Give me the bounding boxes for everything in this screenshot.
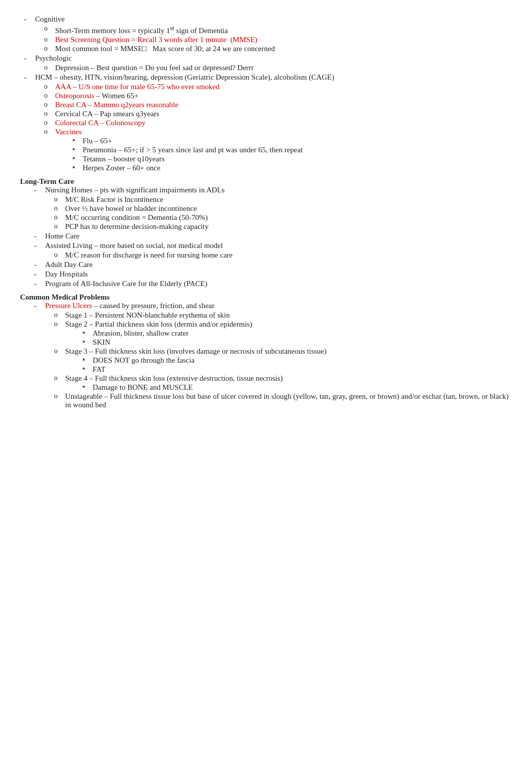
list-item-adult-day-care: Adult Day Care [30, 260, 512, 269]
text: Nursing Homes – pts with significant imp… [45, 186, 224, 194]
text: Day Hospitals [45, 270, 88, 278]
list-item-unstageable: Unstageable – Full thickness tissue loss… [45, 392, 512, 409]
list-item-home-care: Home Care [30, 232, 512, 240]
list-item-assisted-living: Assisted Living – more based on social, … [30, 241, 512, 259]
cognitive-children: Short-Term memory loss = typically 1st s… [35, 25, 512, 53]
text-red: Best Screening Question = Recall 3 words… [55, 36, 257, 44]
list-item-stage1: Stage 1 – Persistent NON-blanchable eryt… [45, 311, 512, 320]
list-item: Flu – 65+ [55, 137, 512, 145]
text: Herpes Zoster – 60+ once [83, 164, 160, 172]
text: Tetanus – booster q10years [83, 155, 165, 163]
text: Most common tool = MMSE□ Max score of 30… [55, 45, 275, 53]
stage4-children: Damage to BONE and MUSCLE [65, 383, 512, 392]
text: Abrasion, blister, shallow crater [93, 329, 188, 337]
list-item: Herpes Zoster – 60+ once [55, 164, 512, 172]
text: – Women 65+ [94, 92, 138, 100]
list-item-cervical: Cervical CA – Pap smears q3years [35, 110, 512, 118]
list-item: M/C reason for discharge is need for nur… [45, 251, 512, 259]
ltc-section: Long-Term Care Nursing Homes – pts with … [20, 177, 512, 288]
text: Adult Day Care [45, 260, 93, 269]
text: DOES NOT go through the fascia [93, 356, 194, 364]
text: Pneumonia – 65+; if > 5 years since last… [83, 146, 303, 154]
list-item: Most common tool = MMSE□ Max score of 30… [35, 45, 512, 53]
cmp-body: Pressure Ulcers – caused by pressure, fr… [20, 302, 512, 409]
text: SKIN [93, 338, 110, 346]
list-item-psychologic: Psychologic Depression – Best question =… [20, 54, 512, 72]
list-item-day-hospitals: Day Hospitals [30, 270, 512, 279]
text: Stage 4 – Full thickness skin loss (exte… [65, 374, 283, 382]
text-red: Vaccines [55, 128, 82, 136]
psychologic-children: Depression – Best question = Do you feel… [35, 64, 512, 72]
text: Flu – 65+ [83, 137, 112, 145]
text: M/C reason for discharge is need for nur… [65, 251, 232, 259]
text: M/C occurring condition = Dementia (50-7… [65, 213, 208, 221]
list-item: Abrasion, blister, shallow crater [65, 329, 512, 338]
list-item: Damage to BONE and MUSCLE [65, 383, 512, 392]
page-content: Cognitive Short-Term memory loss = typic… [20, 15, 512, 409]
stage2-children: Abrasion, blister, shallow crater SKIN [65, 329, 512, 347]
cognitive-label: Cognitive [35, 15, 65, 23]
ltc-list: Nursing Homes – pts with significant imp… [30, 186, 512, 288]
list-item-cognitive: Cognitive Short-Term memory loss = typic… [20, 15, 512, 53]
list-item-pressure-ulcers: Pressure Ulcers – caused by pressure, fr… [30, 302, 512, 409]
list-item-vaccines: Vaccines Flu – 65+ Pneumonia – 65+; if >… [35, 128, 512, 172]
list-item-osteoporosis: Osteoporosis – Women 65+ [35, 92, 512, 100]
text: Depression – Best question = Do you feel… [55, 64, 253, 72]
list-item: Short-Term memory loss = typically 1st s… [35, 25, 512, 35]
list-item: Pneumonia – 65+; if > 5 years since last… [55, 146, 512, 154]
cmp-header: Common Medical Problems [20, 293, 110, 301]
text: Assisted Living – more based on social, … [45, 241, 223, 249]
list-item: Over ½ have bowel or bladder incontinenc… [45, 204, 512, 213]
text-red: Pressure Ulcers [45, 302, 92, 310]
text: Damage to BONE and MUSCLE [93, 383, 193, 391]
text: FAT [93, 365, 106, 373]
top-list: Cognitive Short-Term memory loss = typic… [20, 15, 512, 172]
text-red: Colorectal CA – Colonoscopy [55, 119, 145, 127]
vaccines-children: Flu – 65+ Pneumonia – 65+; if > 5 years … [55, 137, 512, 172]
text-red: Breast CA – Mammo q2years reasonable [55, 101, 178, 109]
text: Stage 1 – Persistent NON-blanchable eryt… [65, 311, 230, 319]
list-item-screening: Best Screening Question = Recall 3 words… [35, 36, 512, 44]
assisted-children: M/C reason for discharge is need for nur… [45, 251, 512, 259]
ltc-body: Nursing Homes – pts with significant imp… [20, 186, 512, 288]
list-item: SKIN [65, 338, 512, 347]
list-item-nursing-homes: Nursing Homes – pts with significant imp… [30, 186, 512, 231]
list-item-breast: Breast CA – Mammo q2years reasonable [35, 101, 512, 109]
list-item-stage2: Stage 2 – Partial thickness skin loss (d… [45, 320, 512, 347]
psychologic-label: Psychologic [35, 54, 72, 62]
list-item: Depression – Best question = Do you feel… [35, 64, 512, 72]
text: Program of All-Inclusive Care for the El… [45, 280, 207, 288]
hcm-children: AAA – U/S one time for male 65-75 who ev… [35, 83, 512, 172]
list-item-hcm: HCM – obesity, HTN, vision/hearing, depr… [20, 73, 512, 172]
text: Cervical CA – Pap smears q3years [55, 110, 159, 118]
list-item: M/C Risk Factor is Incontinence [45, 195, 512, 204]
list-item: PCP has to determine decision-making cap… [45, 222, 512, 231]
cmp-list: Pressure Ulcers – caused by pressure, fr… [30, 302, 512, 409]
list-item-pace: Program of All-Inclusive Care for the El… [30, 280, 512, 288]
list-item: M/C occurring condition = Dementia (50-7… [45, 213, 512, 222]
list-item: DOES NOT go through the fascia [65, 356, 512, 365]
text: Short-Term memory loss = typically 1st s… [55, 27, 228, 35]
list-item: FAT [65, 365, 512, 374]
text: Stage 3 – Full thickness skin loss (invo… [65, 347, 327, 355]
text-red: AAA – U/S one time for male 65-75 who ev… [55, 83, 219, 91]
text: Stage 2 – Partial thickness skin loss (d… [65, 320, 252, 328]
pressure-ulcers-children: Stage 1 – Persistent NON-blanchable eryt… [45, 311, 512, 409]
text: Home Care [45, 232, 80, 240]
text: – caused by pressure, friction, and shea… [92, 302, 215, 310]
nursing-children: M/C Risk Factor is Incontinence Over ½ h… [45, 195, 512, 231]
text: Over ½ have bowel or bladder incontinenc… [65, 204, 197, 212]
list-item: Tetanus – booster q10years [55, 155, 512, 163]
text: PCP has to determine decision-making cap… [65, 222, 208, 230]
list-item-stage4: Stage 4 – Full thickness skin loss (exte… [45, 374, 512, 392]
stage3-children: DOES NOT go through the fascia FAT [65, 356, 512, 374]
hcm-label: HCM – obesity, HTN, vision/hearing, depr… [35, 73, 334, 81]
text-red: Osteoporosis [55, 92, 94, 100]
text: M/C Risk Factor is Incontinence [65, 195, 163, 203]
text: Unstageable – Full thickness tissue loss… [65, 392, 508, 409]
list-item-colorectal: Colorectal CA – Colonoscopy [35, 119, 512, 127]
ltc-header: Long-Term Care [20, 177, 74, 185]
list-item-aaa: AAA – U/S one time for male 65-75 who ev… [35, 83, 512, 91]
list-item-stage3: Stage 3 – Full thickness skin loss (invo… [45, 347, 512, 374]
cmp-section: Common Medical Problems Pressure Ulcers … [20, 293, 512, 409]
